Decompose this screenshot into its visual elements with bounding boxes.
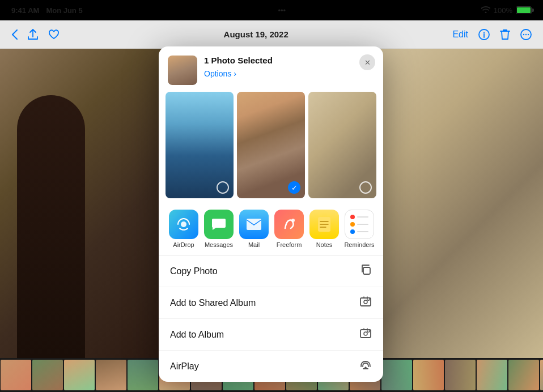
copy-icon [359,263,372,279]
reminders-label: Reminders [344,241,374,248]
favorite-button[interactable] [48,29,60,40]
back-button[interactable] [11,29,18,40]
photo-thumb-3[interactable] [308,92,376,198]
apps-row: AirDrop Messages Mail Freeform Notes [159,205,383,255]
add-album-label: Add to Album [170,330,224,340]
film-thumb[interactable] [540,360,543,390]
film-thumb[interactable] [96,360,126,390]
delete-button[interactable] [500,29,510,40]
notes-icon [309,210,339,239]
photo-thumb-2[interactable]: ✓ [237,92,305,198]
freeform-icon [274,210,304,239]
app-reminders[interactable]: Reminders [343,210,375,248]
notes-label: Notes [316,241,333,248]
copy-photo-action[interactable]: Copy Photo [159,255,383,287]
mail-icon [239,210,269,239]
action-list: Copy Photo Add to Shared Album Add to Al… [159,255,383,382]
film-thumb[interactable] [128,360,158,390]
svg-point-2 [523,33,524,35]
film-thumb[interactable] [413,360,444,390]
svg-point-5 [181,221,186,227]
share-header: 1 Photo Selected Options › ✕ [159,46,383,92]
film-thumb[interactable] [381,360,412,390]
copy-photo-label: Copy Photo [170,266,218,276]
film-thumb[interactable] [64,360,95,390]
mail-label: Mail [248,241,260,248]
wifi-icon [481,6,490,15]
battery-status: 100% [494,6,512,15]
status-bar: 9:41 AM Mon Jun 5 ••• 100% [0,0,543,20]
add-shared-album-action[interactable]: Add to Shared Album [159,287,383,319]
album-icon [359,327,372,342]
airplay-action[interactable]: AirPlay [159,351,383,382]
film-thumb[interactable] [445,360,476,390]
info-button[interactable] [478,29,490,40]
battery-icon [516,6,532,14]
airdrop-label: AirDrop [173,241,194,248]
film-thumb[interactable] [1,360,31,390]
svg-point-14 [364,332,367,335]
nav-date: August 19, 2022 [224,29,289,39]
photo-thumb-1[interactable] [166,92,234,198]
app-notes[interactable]: Notes [308,210,340,248]
app-airdrop[interactable]: AirDrop [168,210,200,248]
svg-point-7 [291,219,295,222]
airplay-icon [359,359,372,374]
svg-point-11 [364,300,367,304]
add-shared-album-label: Add to Shared Album [170,298,256,308]
share-button[interactable] [28,29,38,40]
share-sheet: 1 Photo Selected Options › ✕ ✓ [159,46,383,382]
reminders-icon [345,210,374,239]
messages-label: Messages [205,241,233,248]
photo-radio-1 [217,181,229,194]
svg-rect-6 [247,219,261,230]
film-thumb[interactable] [477,360,507,390]
status-time: 9:41 AM [11,6,39,15]
share-photo-thumb [168,56,197,85]
shared-album-icon [359,295,372,310]
photo-radio-3 [359,181,372,194]
freeform-label: Freeform [277,241,302,248]
photos-row: ✓ [159,92,383,205]
film-thumb[interactable] [32,360,63,390]
svg-rect-16 [363,368,368,369]
status-dots: ••• [278,6,286,15]
add-album-action[interactable]: Add to Album [159,319,383,351]
more-button[interactable] [520,29,532,40]
status-day: Mon Jun 5 [46,6,82,15]
svg-point-4 [528,33,529,35]
edit-button[interactable]: Edit [452,29,468,40]
airplay-label: AirPlay [170,361,199,372]
photo-check-2: ✓ [288,181,300,194]
share-title: 1 Photo Selected [204,56,374,65]
options-button[interactable]: Options › [204,69,236,78]
app-freeform[interactable]: Freeform [273,210,305,248]
airdrop-icon [169,210,198,239]
app-messages[interactable]: Messages [203,210,235,248]
svg-point-3 [525,33,527,35]
close-button[interactable]: ✕ [359,54,375,70]
background-photo-left [0,49,181,358]
svg-rect-9 [363,267,370,274]
app-mail[interactable]: Mail [238,210,270,248]
background-photo-right [362,49,543,358]
messages-icon [204,210,234,239]
nav-bar: August 19, 2022 Edit [0,20,543,49]
film-thumb[interactable] [508,360,539,390]
